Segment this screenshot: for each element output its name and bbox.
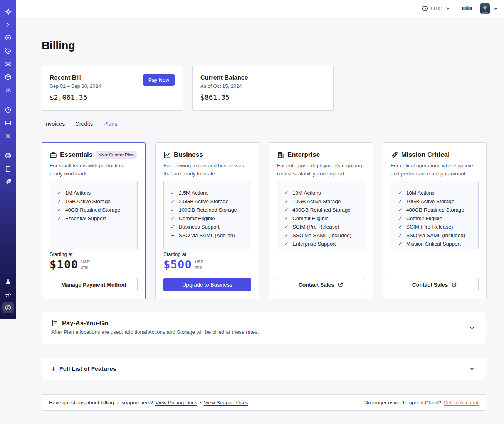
nexus-asterisk-icon[interactable] [0, 84, 16, 97]
plan-price: Starting at $500 USD/mo [163, 251, 251, 271]
deployments-cube-icon[interactable] [0, 71, 16, 84]
plan-feature-box: ✓10M Actions ✓10GB Active Storage ✓400GB… [277, 181, 365, 249]
timezone-selector[interactable]: UTC [422, 5, 450, 12]
delete-prompt: No longer using Temporal Cloud? [364, 400, 441, 405]
expand-chevron-right-icon[interactable] [0, 18, 16, 31]
plan-name: Enterprise [287, 151, 320, 159]
current-balance-card: Current Balance As of Oct 15, 2024 $861.… [192, 66, 334, 111]
view-support-docs-link[interactable]: View Support Docs [204, 400, 248, 405]
current-plan-badge: Your Current Plan [96, 151, 137, 159]
check-icon: ✓ [57, 214, 62, 223]
plan-description: For enterprise deployments requiring rob… [277, 162, 365, 178]
view-pricing-docs-link[interactable]: View Pricing Docs [155, 400, 197, 405]
line-chart-icon [163, 151, 171, 159]
timezone-label: UTC [431, 5, 442, 12]
check-icon: ✓ [170, 189, 175, 197]
billing-summary-row: Recent Bill Sep 01 – Sep 30, 2024 $2,061… [42, 66, 486, 111]
check-icon: ✓ [398, 223, 403, 231]
plans-grid: Essentials Your Current Plan For small t… [42, 142, 486, 299]
check-icon: ✓ [170, 197, 175, 206]
feature-item: ✓SSO via SAML (Included) [398, 231, 475, 240]
plan-description: For critical operations where uptime and… [391, 162, 479, 178]
feature-item: ✓Commit Eligible [398, 214, 475, 223]
feature-item: ✓40GB Retained Storage [57, 206, 134, 214]
usage-gauge-icon[interactable] [0, 103, 16, 116]
page-title: Billing [42, 39, 486, 52]
chevron-down-icon [445, 6, 450, 11]
current-balance-title: Current Balance [200, 74, 326, 81]
check-icon: ✓ [284, 189, 289, 197]
tab-invoices[interactable]: Invoices [43, 121, 66, 131]
plan-description: For small teams with production-ready wo… [50, 162, 138, 178]
account-menu-chevron-icon[interactable] [493, 6, 499, 12]
feature-item: ✓2.5GB Active Storage [170, 197, 248, 206]
feature-item: ✓1GB Active Storage [57, 197, 134, 206]
plan-price: Starting at $100 USD/mo [50, 251, 138, 271]
plus-icon: + [51, 365, 55, 373]
tab-credits[interactable]: Credits [74, 121, 94, 131]
billing-card-icon[interactable] [0, 116, 16, 130]
feature-item: ✓400GB Retained Storage [398, 206, 475, 214]
dot-separator: • [200, 399, 202, 405]
docs-book-icon[interactable] [0, 162, 16, 175]
feature-item: ✓10M Actions [284, 189, 361, 197]
recent-bill-card: Recent Bill Sep 01 – Sep 30, 2024 $2,061… [42, 66, 183, 111]
payg-description: After Plan allocations are used, additio… [51, 329, 476, 335]
feature-item: +SSO via SAML (Add-on) [170, 231, 248, 240]
layers-icon[interactable] [0, 57, 16, 71]
feature-item: ✓100GB Retained Storage [170, 206, 248, 214]
check-icon: ✓ [57, 206, 62, 214]
contact-sales-button[interactable]: Contact Sales [277, 278, 365, 291]
pay-now-button[interactable]: Pay Now [143, 74, 175, 86]
rocket-icon[interactable] [0, 175, 16, 188]
building-icon [277, 151, 284, 159]
chevron-down-icon[interactable] [469, 325, 475, 331]
temporal-logo-icon[interactable] [0, 5, 16, 18]
check-icon: ✓ [398, 231, 403, 240]
3d-glasses-icon[interactable] [462, 5, 472, 12]
support-lifebuoy-icon[interactable] [0, 149, 16, 162]
recent-bill-amount: $2,061.35 [50, 93, 175, 101]
rocket-icon [391, 151, 398, 159]
labs-flask-icon[interactable] [0, 275, 16, 288]
contact-sales-button[interactable]: Contact Sales [391, 278, 479, 291]
check-icon: ✓ [398, 189, 403, 197]
tab-plans[interactable]: Plans [102, 121, 118, 131]
briefcase-icon [50, 151, 57, 159]
user-avatar[interactable] [480, 3, 490, 14]
full-features-panel[interactable]: + Full List of Features [42, 358, 486, 380]
manage-payment-button[interactable]: Manage Payment Method [50, 278, 138, 291]
plan-feature-box: ✓1M Actions ✓1GB Active Storage ✓40GB Re… [50, 181, 138, 249]
sidebar-divider [0, 146, 16, 146]
check-icon: ✓ [398, 206, 403, 214]
billing-tabs: Invoices Credits Plans [42, 121, 486, 131]
plan-name: Essentials [60, 151, 92, 159]
settings-gear-icon[interactable] [0, 130, 16, 143]
feature-item: ✓SCIM (Pre-Release) [398, 223, 475, 231]
delete-account-link[interactable]: Delete Account [444, 400, 479, 405]
check-icon: ✓ [284, 206, 289, 214]
schedules-icon[interactable] [0, 44, 16, 57]
pay-as-you-go-panel[interactable]: Pay-As-You-Go After Plan allocations are… [42, 312, 486, 344]
billing-dollar-icon-active[interactable]: $ [2, 302, 14, 313]
check-icon: ✓ [284, 240, 289, 248]
namespaces-icon[interactable] [0, 31, 16, 44]
topbar: UTC [16, 0, 504, 17]
feature-item: ✓10GB Active Storage [284, 197, 361, 206]
upgrade-business-button[interactable]: Upgrade to Business [163, 278, 251, 291]
sidebar: $ [0, 0, 16, 319]
check-icon: ✓ [284, 197, 289, 206]
feature-item: ✓Enterprise Support [284, 240, 361, 248]
features-title: Full List of Features [59, 365, 116, 372]
plan-name: Mission Critical [401, 151, 450, 159]
check-icon: ✓ [284, 214, 289, 223]
plan-feature-box: ✓10M Actions ✓10GB Active Storage ✓400GB… [391, 181, 479, 249]
theme-sun-icon[interactable] [0, 288, 16, 301]
plan-card-essentials: Essentials Your Current Plan For small t… [42, 142, 146, 299]
feature-item: ✓2.5M Actions [170, 189, 248, 197]
plan-card-enterprise: Enterprise For enterprise deployments re… [269, 142, 373, 299]
feature-item: ✓10GB Active Storage [398, 197, 475, 206]
feature-item: ✓400GB Retained Storage [284, 206, 361, 214]
plan-feature-box: ✓2.5M Actions ✓2.5GB Active Storage ✓100… [163, 181, 251, 249]
chevron-down-icon[interactable] [469, 365, 475, 372]
